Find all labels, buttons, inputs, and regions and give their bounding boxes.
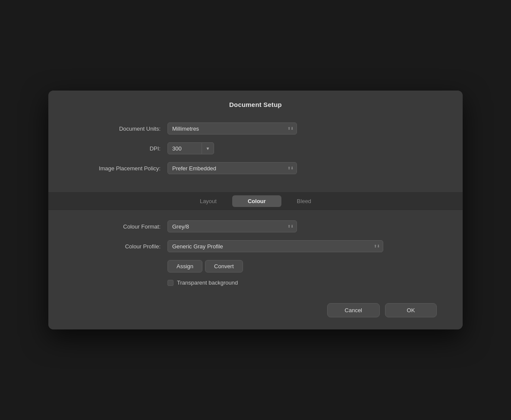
image-placement-label: Image Placement Policy:: [74, 165, 161, 172]
transparent-bg-label[interactable]: Transparent background: [167, 279, 238, 286]
image-placement-select[interactable]: Prefer Embedded Prefer Linked Force Link…: [167, 162, 297, 174]
dialog-footer: Cancel OK: [48, 295, 463, 329]
tabs-bar: Layout Colour Bleed: [48, 192, 463, 210]
colour-profile-label: Colour Profile:: [74, 243, 161, 250]
document-setup-dialog: Document Setup Document Units: Millimetr…: [48, 91, 463, 329]
colour-format-row: Colour Format: Grey/8 RGB/8 RGB/16 CMYK/…: [48, 220, 463, 232]
dpi-wrapper: ▼: [167, 142, 297, 154]
tab-bleed[interactable]: Bleed: [281, 195, 327, 207]
colour-profile-select-wrapper: Generic Gray Profile sRGB IEC61966-2.1 A…: [167, 240, 383, 252]
dialog-upper-section: Document Units: Millimetres Inches Pixel…: [48, 116, 463, 192]
image-placement-select-wrapper: Prefer Embedded Prefer Linked Force Link…: [167, 162, 297, 174]
assign-convert-row: Assign Convert: [48, 260, 463, 273]
assign-convert-buttons: Assign Convert: [167, 260, 243, 273]
document-units-row: Document Units: Millimetres Inches Pixel…: [48, 122, 463, 135]
transparent-bg-row: Transparent background: [48, 279, 463, 286]
document-units-control: Millimetres Inches Pixels Points Picas C…: [167, 122, 297, 135]
colour-section: Colour Format: Grey/8 RGB/8 RGB/16 CMYK/…: [48, 210, 463, 295]
dpi-label: DPI:: [74, 145, 161, 152]
dpi-input[interactable]: [167, 142, 202, 154]
colour-format-control: Grey/8 RGB/8 RGB/16 CMYK/8 Lab/8: [167, 220, 297, 232]
tab-colour[interactable]: Colour: [232, 195, 281, 207]
document-units-select[interactable]: Millimetres Inches Pixels Points Picas C…: [167, 122, 297, 135]
colour-format-select[interactable]: Grey/8 RGB/8 RGB/16 CMYK/8 Lab/8: [167, 220, 297, 232]
document-units-select-wrapper: Millimetres Inches Pixels Points Picas C…: [167, 122, 297, 135]
colour-format-select-wrapper: Grey/8 RGB/8 RGB/16 CMYK/8 Lab/8: [167, 220, 297, 232]
dpi-dropdown-button[interactable]: ▼: [202, 142, 214, 154]
assign-button[interactable]: Assign: [167, 260, 202, 273]
document-units-label: Document Units:: [74, 125, 161, 132]
colour-profile-control: Generic Gray Profile sRGB IEC61966-2.1 A…: [167, 240, 383, 252]
dialog-title: Document Setup: [229, 101, 282, 108]
dialog-title-bar: Document Setup: [48, 91, 463, 116]
colour-profile-row: Colour Profile: Generic Gray Profile sRG…: [48, 240, 463, 252]
dpi-row: DPI: ▼: [48, 142, 463, 154]
image-placement-control: Prefer Embedded Prefer Linked Force Link…: [167, 162, 297, 174]
transparent-bg-text: Transparent background: [177, 279, 238, 286]
convert-button[interactable]: Convert: [205, 260, 243, 273]
colour-format-label: Colour Format:: [74, 223, 161, 230]
colour-profile-select[interactable]: Generic Gray Profile sRGB IEC61966-2.1 A…: [167, 240, 383, 252]
ok-button[interactable]: OK: [385, 303, 437, 317]
tab-layout[interactable]: Layout: [184, 195, 232, 207]
dpi-control: ▼: [167, 142, 297, 154]
transparent-bg-checkbox[interactable]: [167, 280, 173, 286]
image-placement-row: Image Placement Policy: Prefer Embedded …: [48, 162, 463, 174]
cancel-button[interactable]: Cancel: [327, 303, 380, 317]
